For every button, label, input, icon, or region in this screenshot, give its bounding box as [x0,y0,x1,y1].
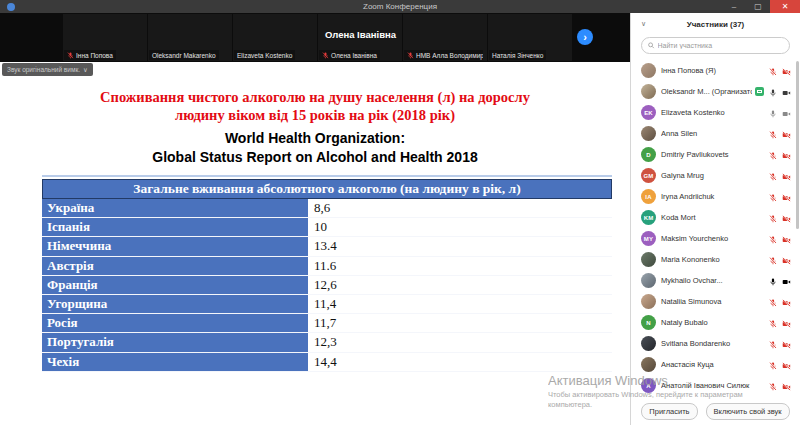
avatar [641,84,656,99]
participant-row[interactable]: KM Koda Mort [631,207,800,228]
participant-row[interactable]: Oleksandr M... (Организатор) [631,81,800,102]
avatar [641,252,656,267]
participant-row[interactable]: EK Elizaveta Kostenko [631,102,800,123]
mic-status-icon[interactable] [769,167,777,185]
table-row: Україна 8,6 [42,199,612,218]
participant-row[interactable]: IA Iryna Andriichuk [631,186,800,207]
avatar [641,63,656,78]
invite-button[interactable]: Пригласить [641,403,697,420]
camera-status-icon[interactable] [782,209,791,227]
mic-status-icon[interactable] [769,62,777,80]
camera-status-icon[interactable] [782,104,791,122]
participant-video-name: Олена Іванівна [319,50,380,60]
video-thumbnail[interactable]: Інна Попова [63,14,147,61]
meeting-content-area: Інна Попова Oleksandr Makarenko Elizavet… [0,13,630,425]
participant-video-name: Інна Попова [64,50,116,60]
avatar: IA [641,189,656,204]
participant-name: Nataliia Simunova [661,297,764,306]
participant-row[interactable]: Anna Silen [631,123,800,144]
mic-status-icon[interactable] [769,251,777,269]
maximize-button[interactable]: ▢ [746,0,770,13]
mic-status-icon[interactable] [769,104,777,122]
participant-name: Galyna Mrug [661,171,764,180]
mic-status-icon[interactable] [769,188,777,206]
participant-video-name: Наталія Зінченко [489,50,546,60]
mic-status-icon[interactable] [769,146,777,164]
table-header: Загальне вживання абсолютного алкоголю (… [42,179,612,199]
participant-row[interactable]: Інна Попова (Я) [631,60,800,81]
slide-subtitle-line1: World Health Organization: [0,129,630,148]
camera-status-icon[interactable] [782,272,791,290]
minimize-button[interactable]: – [722,0,746,13]
table-row: Росія 11,7 [42,314,612,333]
camera-status-icon[interactable] [782,377,791,395]
participant-row[interactable]: Nataliia Simunova [631,291,800,312]
mic-status-icon[interactable] [769,209,777,227]
participant-search-input[interactable] [658,42,784,49]
mic-status-icon[interactable] [769,335,777,353]
close-button[interactable]: ✕ [770,0,800,13]
mic-status-icon[interactable] [769,272,777,290]
unmute-button[interactable]: Включить свой звук [706,403,790,420]
video-thumbnail[interactable]: Elizaveta Kostenko [233,14,317,61]
value-cell: 11,7 [308,314,612,332]
avatar [641,273,656,288]
participant-name: Анастасія Куца [661,360,764,369]
camera-status-icon[interactable] [782,125,791,143]
camera-status-icon[interactable] [782,83,791,101]
participant-row[interactable]: Maria Kononenko [631,249,800,270]
participant-row[interactable]: A Анатолій Іванович Силюк [631,375,800,396]
collapse-chevron-icon[interactable]: ∨ [641,20,646,27]
country-cell: Німеччина [42,237,308,255]
shared-screen-slide: Звук оригінальний вимк. ∨ Споживання чис… [0,62,630,425]
video-thumbnail[interactable]: Oleksandr Makarenko [148,14,232,61]
camera-status-icon[interactable] [782,356,791,374]
camera-status-icon[interactable] [782,251,791,269]
camera-status-icon[interactable] [782,293,791,311]
video-thumbnail[interactable]: Олена Іванівна Олена Іванівна [318,14,402,61]
camera-status-icon[interactable] [782,314,791,332]
camera-status-icon[interactable] [782,167,791,185]
avatar: MY [641,231,656,246]
participant-search-box[interactable] [641,37,790,54]
original-sound-badge[interactable]: Звук оригінальний вимк. ∨ [2,63,93,76]
mic-status-icon[interactable] [769,83,777,101]
participant-row[interactable]: D Dmitriy Pavliukovets [631,144,800,165]
mic-status-icon[interactable] [769,293,777,311]
video-name-label: Олена Іванівна [331,52,377,59]
country-cell: Португалія [42,333,308,351]
next-videos-button[interactable]: › [577,29,593,45]
participant-name: Інна Попова (Я) [661,66,764,75]
video-thumbnail[interactable]: Наталія Зінченко [488,14,572,61]
mic-status-icon[interactable] [769,230,777,248]
camera-status-icon[interactable] [782,62,791,80]
mic-status-icon[interactable] [769,314,777,332]
participant-row[interactable]: Анастасія Куца [631,354,800,375]
mic-status-icon[interactable] [769,125,777,143]
slide-title-red-line1: Споживання чистого алкоголю на душу насе… [0,88,630,106]
table-body: Україна 8,6 Іспанія 10 Німеччина 13.4 Ав… [42,199,612,372]
camera-status-icon[interactable] [782,230,791,248]
video-thumbnail[interactable]: НМВ Алла Володимир... [403,14,487,61]
participant-row[interactable]: GM Galyna Mrug [631,165,800,186]
participants-scrollbar[interactable] [796,61,799,229]
participant-row[interactable]: MY Maksim Yourchenko [631,228,800,249]
participant-row[interactable]: Mykhailo Ovchar... Дополнительно > [631,270,800,291]
participant-name: Oleksandr M... (Организатор) [661,87,752,96]
camera-status-icon[interactable] [782,146,791,164]
mic-status-icon[interactable] [769,377,777,395]
camera-status-icon[interactable] [782,188,791,206]
country-cell: Україна [42,199,308,217]
camera-status-icon[interactable] [782,335,791,353]
participant-row[interactable]: Svitlana Bondarenko [631,333,800,354]
active-speaker-name-overlay: Олена Іванівна [325,29,396,40]
window-title: Zoom Конференция [0,2,800,11]
participants-title: Участники (37) [687,20,745,29]
video-name-label: Наталія Зінченко [492,52,543,59]
participant-name: Dmitriy Pavliukovets [661,150,764,159]
participant-row[interactable]: N Nataly Bubalo [631,312,800,333]
participant-name: Koda Mort [661,213,764,222]
participant-name: Svitlana Bondarenko [661,339,764,348]
mic-status-icon[interactable] [769,356,777,374]
participant-name: Elizaveta Kostenko [661,108,764,117]
